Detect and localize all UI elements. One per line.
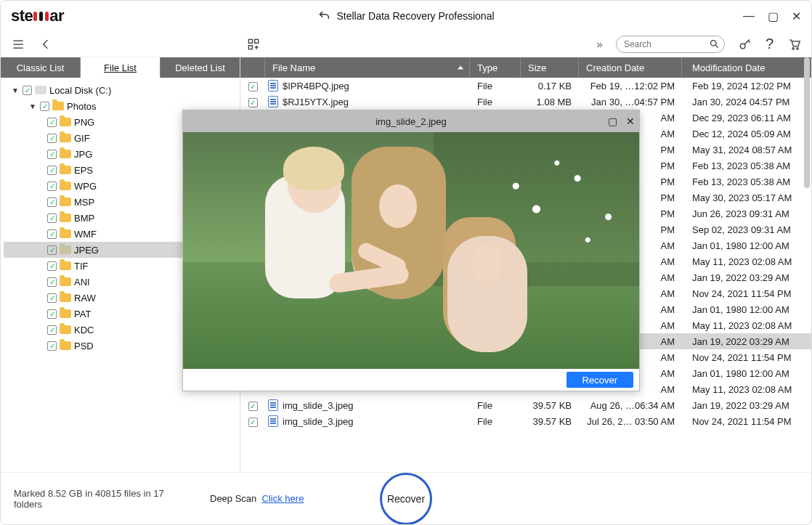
cell-modified: Dec 29, 2023 06:11 AM [682, 113, 811, 123]
key-icon[interactable] [738, 37, 752, 52]
tree-label: TIF [74, 261, 89, 272]
preview-recover-button[interactable]: Recover [567, 372, 633, 388]
header-size[interactable]: Size [521, 57, 579, 78]
scrollbar[interactable] [804, 57, 810, 188]
checkbox[interactable] [47, 166, 57, 175]
recover-button[interactable]: Recover [380, 473, 432, 525]
cell-size: 0.17 KB [521, 81, 579, 91]
cell-type: File [470, 97, 521, 107]
checkbox[interactable] [47, 277, 57, 287]
cell-name: img_slide_3.jpeg [265, 399, 470, 411]
checkbox[interactable] [47, 293, 57, 303]
cell-modified: May 31, 2024 08:57 AM [682, 145, 811, 155]
svg-rect-0 [248, 39, 252, 43]
collapse-icon[interactable]: ▼ [28, 102, 37, 110]
preview-maximize-button[interactable]: ▢ [608, 115, 617, 127]
row-checkbox[interactable] [240, 81, 265, 91]
grid-icon[interactable] [246, 37, 261, 52]
folder-icon [60, 198, 71, 206]
preview-titlebar[interactable]: img_slide_2.jpeg ▢ ✕ [183, 110, 639, 132]
cell-modified: Jan 19, 2022 03:29 AM [682, 272, 811, 283]
checkbox[interactable] [47, 182, 57, 191]
cart-icon[interactable] [787, 37, 801, 52]
tab-deleted-list[interactable]: Deleted List [160, 57, 240, 78]
header-modification-date[interactable]: Modification Date [682, 57, 811, 78]
svg-rect-2 [248, 45, 252, 49]
file-row[interactable]: $RJ15YTX.jpegFile1.08 MBJan 30, …04:57 P… [240, 94, 811, 110]
deep-scan: Deep Scan Click here [210, 493, 304, 504]
row-checkbox[interactable] [240, 400, 265, 411]
tab-classic-list[interactable]: Classic List [1, 57, 80, 78]
close-button[interactable]: ✕ [792, 9, 801, 23]
search-icon [709, 38, 720, 49]
file-row[interactable]: $IPR4BPQ.jpegFile0.17 KBFeb 19, …12:02 P… [240, 78, 811, 94]
preview-window: img_slide_2.jpeg ▢ ✕ R [182, 110, 640, 391]
file-header: File Name Type Size Creation Date Modifi… [240, 57, 811, 78]
folder-icon [60, 150, 71, 158]
cell-modified: Jan 19, 2022 03:29 AM [682, 336, 811, 347]
logo-accent-icon [33, 12, 49, 21]
checkbox[interactable] [47, 325, 57, 335]
tab-file-list[interactable]: File List [80, 57, 160, 78]
folder-icon [60, 277, 71, 286]
overflow-icon[interactable]: » [597, 38, 603, 50]
back-icon[interactable] [38, 37, 53, 52]
cell-modified: May 11, 2023 02:08 AM [682, 384, 811, 395]
checkbox[interactable] [47, 118, 57, 127]
folder-icon [60, 182, 71, 190]
row-checkbox[interactable] [240, 416, 265, 427]
cell-modified: Jan 01, 1980 12:00 AM [682, 240, 811, 251]
header-creation-date[interactable]: Creation Date [579, 57, 682, 78]
tree-label: GIF [74, 133, 90, 144]
cell-created: Jul 26, 2… 03:50 AM [579, 416, 682, 427]
folder-icon [60, 245, 71, 254]
menu-icon[interactable] [11, 37, 25, 52]
cell-modified: Nov 24, 2021 11:54 PM [682, 352, 811, 363]
folder-icon [52, 102, 64, 110]
file-row[interactable]: img_slide_3.jpegFile39.57 KBJul 26, 2… 0… [240, 413, 811, 429]
header-file-name[interactable]: File Name [265, 57, 470, 78]
preview-close-button[interactable]: ✕ [626, 115, 635, 127]
cell-size: 1.08 MB [521, 97, 579, 107]
deep-scan-link[interactable]: Click here [262, 493, 304, 504]
tree-label: PAT [74, 309, 91, 320]
tree-node-root[interactable]: ▼ Local Disk (C:) [4, 82, 237, 98]
cell-name: img_slide_3.jpeg [265, 415, 470, 427]
undo-icon [317, 9, 330, 23]
search-box [616, 36, 725, 53]
cell-size: 39.57 KB [521, 416, 579, 427]
cell-modified: May 30, 2023 05:17 AM [682, 192, 811, 203]
checkbox[interactable] [47, 134, 57, 143]
checkbox[interactable] [47, 245, 57, 255]
maximize-button[interactable]: ▢ [768, 9, 779, 23]
collapse-icon[interactable]: ▼ [11, 86, 20, 94]
svg-rect-1 [255, 39, 259, 43]
checkbox[interactable] [47, 341, 57, 351]
footer-bar: Marked 8.52 GB in 40815 files in 17 fold… [1, 472, 811, 524]
cell-name: $IPR4BPQ.jpeg [265, 80, 470, 91]
cell-created: Feb 19, …12:02 PM [579, 81, 682, 91]
minimize-button[interactable]: — [743, 9, 755, 23]
tree-label: JPEG [74, 245, 99, 256]
header-type[interactable]: Type [470, 57, 521, 78]
folder-icon [60, 261, 71, 270]
checkbox[interactable] [47, 229, 57, 239]
checkbox[interactable] [47, 150, 57, 159]
checkbox[interactable] [47, 309, 57, 319]
file-row[interactable]: img_slide_3.jpegFile39.57 KBAug 26, …06:… [240, 397, 811, 413]
checkbox[interactable] [47, 198, 57, 207]
checkbox[interactable] [23, 86, 32, 95]
svg-point-5 [792, 47, 795, 49]
marked-status: Marked 8.52 GB in 40815 files in 17 fold… [14, 488, 181, 510]
file-icon [268, 96, 278, 107]
checkbox[interactable] [47, 213, 57, 223]
header-checkbox[interactable] [240, 57, 265, 78]
tree-label: WMF [74, 229, 97, 240]
cell-created: Aug 26, …06:34 AM [579, 400, 682, 411]
row-checkbox[interactable] [240, 97, 265, 107]
help-icon[interactable]: ? [766, 36, 774, 52]
title-bar: ste ar Stellar Data Recovery Professiona… [1, 1, 811, 31]
cell-modified: May 11, 2023 02:08 AM [682, 320, 811, 331]
checkbox[interactable] [47, 261, 57, 271]
checkbox[interactable] [40, 102, 49, 111]
